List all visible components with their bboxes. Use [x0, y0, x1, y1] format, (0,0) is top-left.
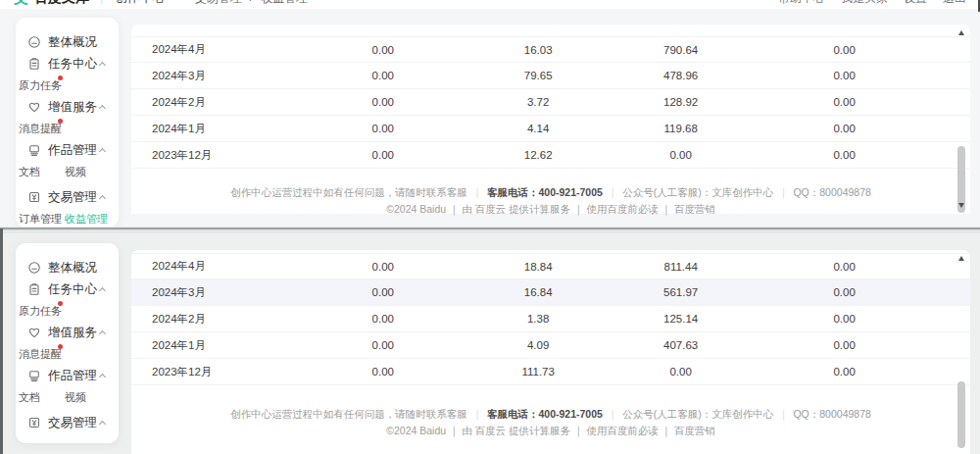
- sidebar-subitem[interactable]: 收益管理: [65, 212, 111, 227]
- row-value: 0.00: [718, 70, 970, 81]
- row-value: 0.00: [718, 149, 970, 161]
- header-link[interactable]: 设置: [904, 0, 927, 7]
- sidebar-item-trade[interactable]: 交易管理: [16, 186, 119, 208]
- scroll-down-arrow-icon[interactable]: [958, 203, 964, 208]
- table-row[interactable]: 2024年2月0.001.38125.140.00: [131, 306, 970, 332]
- footer-separator: ｜: [608, 408, 617, 420]
- works-icon: [27, 369, 41, 382]
- table-row[interactable]: 2024年2月0.003.72128.920.00: [131, 89, 970, 116]
- sidebar-subrow: 文档视频: [16, 161, 119, 182]
- row-value: 478.96: [643, 70, 718, 81]
- table-row[interactable]: 2023年12月0.0012.620.000.00: [131, 142, 970, 169]
- footer-phone: 客服电话：400-921-7005: [487, 186, 603, 198]
- sidebar-subrow: 原力任务: [16, 75, 119, 96]
- sidebar-item-overview[interactable]: 整体概况: [16, 257, 119, 278]
- overview-icon: [27, 261, 41, 275]
- scroll-up-arrow-icon[interactable]: [958, 30, 964, 35]
- row-month: 2023年12月: [131, 148, 332, 163]
- row-value: 0.00: [332, 149, 433, 161]
- table-row[interactable]: 2023年12月0.00111.730.000.00: [131, 359, 970, 385]
- main-content: 2024年4月0.0016.03790.640.002024年3月0.0079.…: [131, 25, 970, 214]
- sidebar-subitem[interactable]: 原力任务: [19, 304, 65, 319]
- footer-line2: ©2024 Baidu ｜ 由 百度云 提供计算服务 ｜ 使用百度前必读 ｜ 百…: [131, 201, 970, 218]
- row-value: 0.00: [332, 261, 433, 273]
- row-value: 119.68: [643, 123, 718, 134]
- earnings-table: 2024年4月0.0016.03790.640.002024年3月0.0079.…: [131, 25, 970, 169]
- panel-divider: [0, 227, 980, 233]
- sidebar-item-heart[interactable]: 增值服务: [16, 322, 119, 343]
- works-icon: [27, 143, 41, 157]
- table-row[interactable]: 2024年4月0.0016.03790.640.00: [131, 36, 970, 63]
- sidebar-subrow: 文档视频: [16, 386, 119, 408]
- sidebar-item-trade[interactable]: 交易管理: [16, 412, 119, 433]
- row-value: 0.00: [718, 366, 970, 378]
- row-value: 790.64: [643, 44, 718, 56]
- row-value: 0.00: [332, 70, 433, 81]
- sidebar: 整体概况任务中心原力任务增值服务消息提醒作品管理文档视频交易管理订单管理收益管理: [16, 18, 119, 227]
- sidebar-subitem[interactable]: 视频: [65, 390, 111, 405]
- row-month: 2023年12月: [131, 365, 332, 379]
- row-month: 2024年4月: [131, 259, 332, 274]
- row-value: 0.00: [643, 149, 718, 161]
- row-value: 0.00: [332, 286, 433, 298]
- scrollbar-thumb[interactable]: [957, 381, 965, 448]
- table-row[interactable]: 2024年3月0.0016.84561.970.00: [131, 279, 970, 306]
- sidebar-item-heart[interactable]: 增值服务: [16, 96, 119, 118]
- row-value: 0.00: [332, 366, 433, 378]
- breadcrumb-section[interactable]: 交易管理: [195, 0, 242, 7]
- sidebar-item-works[interactable]: 作品管理: [16, 365, 119, 386]
- row-month: 2024年2月: [131, 312, 332, 327]
- sidebar-subitem[interactable]: 视频: [65, 165, 111, 179]
- row-value: 16.03: [433, 44, 643, 56]
- sidebar-subitem[interactable]: 订单管理: [19, 212, 65, 227]
- sidebar-item-works[interactable]: 作品管理: [16, 139, 119, 161]
- table-row[interactable]: 2024年1月0.004.09407.630.00: [131, 332, 970, 359]
- footer-phone: 客服电话：400-921-7005: [487, 408, 603, 420]
- chevron-up-icon[interactable]: [99, 374, 106, 380]
- trade-icon: [27, 416, 41, 429]
- sidebar-subitem[interactable]: 消息提醒: [19, 122, 65, 136]
- scrollbar[interactable]: [956, 254, 967, 454]
- overview-icon: [27, 35, 41, 49]
- scroll-up-arrow-icon[interactable]: [958, 256, 964, 261]
- notification-badge-icon: [58, 76, 63, 80]
- sidebar-subitem[interactable]: 原力任务: [19, 78, 65, 93]
- footer-support-note: 创作中心运营过程中如有任何问题，请随时联系客服: [230, 186, 467, 198]
- row-value: 3.72: [433, 96, 643, 108]
- chevron-up-icon[interactable]: [99, 287, 106, 294]
- chevron-up-icon[interactable]: [99, 105, 106, 112]
- footer-qq: QQ：800049878: [793, 186, 870, 198]
- notification-badge-icon: [58, 301, 63, 306]
- table-row[interactable]: 2024年3月0.0079.65478.960.00: [131, 63, 970, 89]
- brand-name[interactable]: 百度文库: [34, 0, 89, 7]
- screen-left-dark-edge: [0, 228, 3, 454]
- sidebar-item-tasks[interactable]: 任务中心: [16, 278, 119, 300]
- header-link[interactable]: 退出: [943, 0, 966, 7]
- sidebar-item-tasks[interactable]: 任务中心: [16, 53, 119, 75]
- footer-separator: ｜: [608, 186, 617, 198]
- header-link[interactable]: 帮助中心: [778, 0, 825, 7]
- sidebar-item-label: 整体概况: [48, 34, 97, 51]
- sidebar-subitem[interactable]: 文档: [19, 165, 65, 179]
- footer-support-note: 创作中心运营过程中如有任何问题，请随时联系客服: [230, 408, 467, 420]
- chevron-up-icon[interactable]: [99, 195, 106, 202]
- row-month: 2024年1月: [131, 122, 332, 136]
- chevron-up-icon[interactable]: [99, 62, 106, 69]
- chevron-up-icon[interactable]: [99, 330, 106, 337]
- header-link[interactable]: 我是买家: [841, 0, 888, 7]
- sidebar-subitem[interactable]: 消息提醒: [19, 347, 65, 362]
- sidebar-subitem[interactable]: 文档: [19, 390, 65, 405]
- breadcrumb-separator: /: [250, 0, 253, 7]
- wenku-logo-icon: 文: [14, 0, 28, 8]
- sidebar-item-overview[interactable]: 整体概况: [16, 31, 119, 53]
- table-row[interactable]: 2024年4月0.0018.84811.440.00: [131, 253, 970, 279]
- chevron-up-icon[interactable]: [99, 148, 106, 155]
- sidebar-item-label: 增值服务: [48, 325, 97, 341]
- top-header: 文 百度文库 ｜ 创作中心 交易管理 / 收益管理 帮助中心我是买家设置退出: [0, 0, 980, 9]
- sidebar-item-label: 任务中心: [48, 281, 97, 298]
- sidebar-item-label: 整体概况: [48, 260, 97, 277]
- table-row[interactable]: 2024年1月0.004.14119.680.00: [131, 116, 970, 142]
- chevron-up-icon[interactable]: [99, 421, 106, 428]
- scrollbar[interactable]: [956, 28, 967, 210]
- footer-line1: 创作中心运营过程中如有任何问题，请随时联系客服｜客服电话：400-921-700…: [131, 406, 970, 423]
